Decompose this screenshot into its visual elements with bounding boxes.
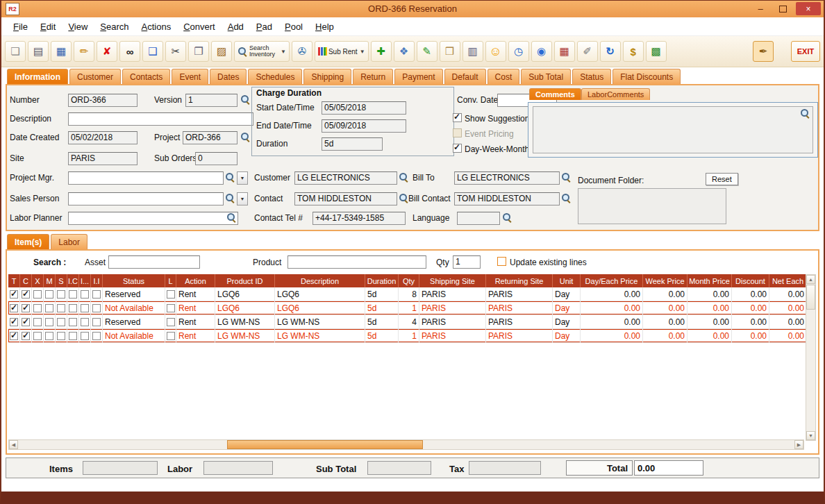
tab-default[interactable]: Default (444, 69, 486, 84)
row-checkbox[interactable] (22, 290, 30, 299)
cards-button[interactable]: ❒ (440, 41, 460, 62)
bill-contact-field[interactable]: TOM HIDDLESTON (454, 192, 560, 205)
menu-help[interactable]: Help (309, 19, 340, 35)
scroll-right-icon[interactable]: ▶ (794, 440, 803, 449)
row-checkbox[interactable] (81, 332, 89, 340)
menu-add[interactable]: Add (222, 19, 250, 35)
col-week-price[interactable]: Week Price (643, 274, 688, 287)
globe-button[interactable]: ◉ (531, 41, 552, 62)
col-month-price[interactable]: Month Price (688, 274, 732, 287)
project-mgr-search-icon[interactable] (225, 172, 235, 183)
col-duration[interactable]: Duration (365, 274, 399, 287)
tab-schedules[interactable]: Schedules (248, 69, 302, 84)
show-suggestions-checkbox[interactable] (453, 113, 462, 122)
project-mgr-field[interactable] (68, 171, 224, 185)
refresh-button[interactable]: ↻ (600, 41, 621, 62)
col-c[interactable]: C (20, 274, 32, 287)
paste-button[interactable]: ▨ (211, 41, 232, 62)
smiley-button[interactable]: ☺ (485, 41, 506, 62)
col-product-id[interactable]: Product ID (215, 274, 275, 287)
search-inventory-button[interactable]: Search Inventory ▼ (234, 41, 290, 62)
scroll-left-icon[interactable]: ◀ (9, 440, 18, 449)
row-checkbox[interactable] (10, 332, 18, 340)
tab-flat-discounts[interactable]: Flat Discounts (612, 69, 681, 84)
menu-pad[interactable]: Pad (250, 19, 278, 35)
menu-file[interactable]: File (7, 19, 34, 35)
tab-return[interactable]: Return (353, 69, 393, 84)
row-checkbox[interactable] (81, 290, 89, 299)
col-discount[interactable]: Discount (732, 274, 769, 287)
vertical-scroll-thumb[interactable] (806, 285, 815, 310)
site-field[interactable]: PARIS (68, 152, 138, 165)
product-search-input[interactable] (288, 255, 426, 269)
row-checkbox[interactable] (45, 290, 53, 299)
print-preview-button[interactable]: ▥ (462, 41, 483, 62)
tab-customer[interactable]: Customer (69, 69, 121, 84)
sub-orders-field[interactable]: 0 (195, 152, 238, 165)
contact-tel-field[interactable]: +44-17-5349-1585 (312, 212, 406, 225)
tab-event[interactable]: Event (172, 69, 208, 84)
col-returning-site[interactable]: Returning Site (486, 274, 553, 287)
number-field[interactable]: ORD-366 (68, 94, 138, 107)
customer-field[interactable]: LG ELECTRONICS (294, 171, 397, 185)
row-checkbox[interactable] (92, 304, 101, 312)
row-checkbox[interactable] (92, 332, 101, 340)
table-row-unavailable[interactable]: Not Available Rent LG WM-NS LG WM-NS 5d … (8, 329, 807, 343)
row-checkbox[interactable] (69, 318, 77, 326)
row-checkbox[interactable] (10, 304, 18, 312)
search-document-button[interactable]: ❑ (142, 41, 163, 62)
row-checkbox[interactable] (69, 290, 77, 299)
row-checkbox[interactable] (45, 304, 53, 312)
update-lines-checkbox[interactable] (497, 257, 506, 266)
row-checkbox[interactable] (167, 332, 175, 340)
menu-view[interactable]: View (62, 19, 94, 35)
labor-planner-field[interactable] (68, 212, 238, 225)
end-date-field[interactable]: 05/09/2018 (322, 119, 406, 133)
col-day-each-price[interactable]: Day/Each Price (581, 274, 643, 287)
bill-to-search-icon[interactable] (561, 172, 572, 183)
groups-button[interactable]: ❖ (394, 41, 415, 62)
row-checkbox[interactable] (33, 318, 42, 326)
version-field[interactable]: 1 (185, 94, 238, 107)
start-date-field[interactable]: 05/05/2018 (322, 101, 406, 115)
col-m[interactable]: M (44, 274, 56, 287)
cut-button[interactable]: ✂ (165, 41, 186, 62)
language-field[interactable] (457, 212, 500, 225)
tab-comments[interactable]: Comments (529, 88, 581, 100)
row-checkbox[interactable] (92, 318, 101, 326)
row-checkbox[interactable] (167, 290, 175, 299)
edit-button[interactable]: ✏ (74, 41, 94, 62)
sub-rent-button[interactable]: Sub Rent ▼ (315, 41, 369, 62)
row-checkbox[interactable] (22, 304, 30, 312)
row-checkbox[interactable] (57, 290, 65, 299)
row-checkbox[interactable] (33, 290, 42, 299)
horizontal-scrollbar[interactable]: ◀ ▶ (8, 439, 804, 450)
col-description[interactable]: Description (275, 274, 365, 287)
minimize-button[interactable]: – (751, 2, 769, 15)
new-button[interactable]: ❏ (5, 41, 26, 62)
project-field[interactable]: ORD-366 (183, 131, 238, 144)
asset-search-input[interactable] (108, 255, 200, 269)
table-row[interactable]: Reserved Rent LG WM-NS LG WM-NS 5d 4 PAR… (8, 315, 807, 329)
tab-information[interactable]: Information (7, 69, 68, 84)
event-pricing-checkbox[interactable] (453, 128, 462, 137)
project-search-icon[interactable] (240, 132, 251, 142)
status-cubes-button[interactable]: ▩ (646, 41, 667, 62)
comments-search-icon[interactable] (800, 108, 810, 119)
tab-contacts[interactable]: Contacts (122, 69, 170, 84)
sales-person-field[interactable] (68, 192, 224, 205)
version-search-icon[interactable] (240, 94, 251, 105)
row-checkbox[interactable] (33, 304, 42, 312)
qty-input[interactable]: 1 (453, 255, 481, 269)
row-checkbox[interactable] (81, 304, 89, 312)
copy-button[interactable]: ❐ (188, 41, 209, 62)
close-button[interactable]: × (796, 2, 821, 15)
row-checkbox[interactable] (10, 318, 18, 326)
tab-dates[interactable]: Dates (210, 69, 247, 84)
table-row-unavailable[interactable]: Not Available Rent LGQ6 LGQ6 5d 1 PARIS … (8, 301, 807, 315)
add-item-button[interactable]: ✚ (371, 41, 392, 62)
col-unit[interactable]: Unit (553, 274, 581, 287)
find-button[interactable]: ∞ (119, 41, 140, 62)
row-checkbox[interactable] (69, 304, 77, 312)
col-x[interactable]: X (32, 274, 44, 287)
